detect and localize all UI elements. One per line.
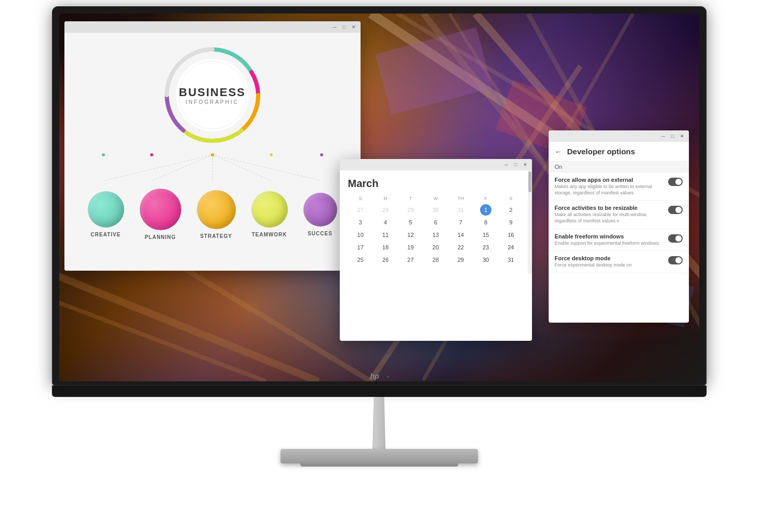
bubble-strategy: STRATEGY (197, 190, 236, 239)
dev-back-icon[interactable]: ← (555, 148, 562, 156)
calendar-grid: S M T W TH F S 27 28 2 (348, 195, 524, 265)
bubble-creative-circle (88, 191, 124, 228)
bubble-teamwork: TEAMWORK (251, 191, 288, 237)
svg-line-19 (152, 155, 212, 181)
calendar-scrollbar[interactable] (528, 170, 532, 274)
svg-point-26 (270, 153, 273, 156)
cal-week-2: 3 4 5 6 7 8 9 (348, 217, 524, 228)
monitor-bottom-bezel (52, 385, 707, 397)
dev-option-2-toggle[interactable] (668, 206, 683, 214)
svg-line-18 (103, 155, 212, 181)
svg-line-22 (212, 155, 322, 181)
minimize-button[interactable]: ─ (331, 23, 339, 31)
monitor-stand-base (281, 449, 478, 463)
maximize-button[interactable]: □ (341, 23, 348, 31)
bubble-success-label: SUCCES (308, 231, 333, 236)
dev-option-1-desc: Makes any app eligible to be written to … (555, 184, 664, 196)
dev-option-2-title: Force activities to be resizable (555, 205, 664, 211)
svg-point-25 (211, 153, 214, 156)
dev-on-label: On (549, 162, 689, 172)
bubble-teamwork-label: TEAMWORK (252, 232, 287, 237)
dev-option-4-title: Force desktop mode (555, 255, 664, 261)
dev-close-button[interactable]: ✕ (679, 132, 686, 140)
dev-option-4: Force desktop mode Force experimental de… (549, 251, 689, 273)
developer-options-panel: ─ □ ✕ ← Developer options On Force allow… (549, 130, 689, 323)
svg-point-27 (320, 153, 323, 156)
dev-option-2-desc: Make all activities resizable for multi-… (555, 212, 664, 224)
dev-option-3: Enable freeform windows Enable support f… (549, 229, 689, 251)
bubble-planning-circle (140, 189, 181, 230)
infographic-titlebar: ─ □ ✕ (64, 21, 361, 33)
monitor: ─ □ ✕ (42, 6, 717, 526)
infographic-label: INFOGRAPHIC (179, 99, 245, 105)
circular-diagram: BUSINESS INFOGRAPHIC (161, 43, 264, 147)
dev-maximize-button[interactable]: □ (669, 132, 676, 140)
bubble-strategy-label: STRATEGY (200, 233, 232, 239)
hp-logo-area: hp (369, 371, 389, 382)
dev-header: ← Developer options (549, 142, 689, 162)
bubbles-row: CREATIVE PLANNING STRATEGY TEAMWORK (88, 189, 337, 240)
svg-point-23 (102, 153, 105, 156)
hp-logo: hp (369, 371, 383, 382)
svg-text:hp: hp (370, 372, 379, 380)
diagram-center: BUSINESS INFOGRAPHIC (179, 86, 245, 105)
svg-line-9 (59, 302, 266, 381)
cal-week-3: 10 11 12 13 14 15 16 (348, 229, 524, 241)
bubble-planning: PLANNING (140, 189, 181, 240)
monitor-screen: ─ □ ✕ (59, 14, 699, 381)
close-button[interactable]: ✕ (350, 23, 357, 31)
dev-option-3-toggle[interactable] (668, 234, 683, 243)
dev-option-3-title: Enable freeform windows (555, 233, 664, 240)
cal-close-button[interactable]: ✕ (522, 161, 529, 168)
dev-minimize-button[interactable]: ─ (660, 132, 667, 140)
calendar-content: March S M T W TH F S (340, 170, 532, 274)
bubble-creative-label: CREATIVE (91, 232, 121, 237)
bubble-planning-label: PLANNING (144, 234, 176, 240)
bubble-success: SUCCES (303, 193, 337, 236)
calendar-header: S M T W TH F S (348, 195, 524, 202)
dev-option-1-toggle[interactable] (668, 178, 683, 186)
bubble-creative: CREATIVE (88, 191, 124, 237)
bubble-teamwork-circle (251, 191, 288, 228)
calendar-month: March (348, 178, 524, 190)
connection-lines (75, 152, 350, 183)
bubble-success-circle (303, 193, 337, 227)
infographic-window: ─ □ ✕ (64, 21, 361, 271)
monitor-bezel: ─ □ ✕ (52, 6, 707, 385)
developer-options-title: Developer options (567, 147, 635, 156)
dev-option-3-desc: Enable support for experimental freeform… (555, 241, 664, 247)
monitor-stand-neck (366, 397, 392, 449)
dev-option-2: Force activities to be resizable Make al… (549, 201, 689, 229)
cal-week-1: 27 28 29 30 31 1 2 (348, 204, 524, 216)
svg-rect-11 (375, 27, 492, 115)
dev-titlebar: ─ □ ✕ (549, 130, 689, 142)
dev-option-4-toggle[interactable] (668, 256, 683, 264)
svg-line-21 (212, 155, 271, 181)
dev-option-1: Force allow apps on external Makes any a… (549, 172, 689, 201)
cal-week-4: 17 18 19 20 22 23 24 (348, 242, 524, 253)
dev-option-4-desc: Force experimental desktop mode on (555, 262, 664, 269)
calendar-window: ─ □ ✕ March S M T W TH (340, 159, 532, 341)
calendar-scrollbar-thumb[interactable] (528, 171, 531, 192)
svg-point-24 (150, 153, 153, 156)
business-label: BUSINESS (179, 86, 245, 99)
power-indicator (387, 376, 389, 378)
cal-maximize-button[interactable]: □ (512, 161, 520, 168)
bubble-strategy-circle (197, 190, 236, 229)
cal-week-5: 25 26 27 28 29 30 31 (348, 254, 524, 265)
cal-minimize-button[interactable]: ─ (503, 161, 510, 168)
dev-option-1-title: Force allow apps on external (555, 177, 664, 183)
calendar-titlebar: ─ □ ✕ (340, 159, 532, 170)
infographic-content: BUSINESS INFOGRAPHIC (64, 33, 361, 271)
